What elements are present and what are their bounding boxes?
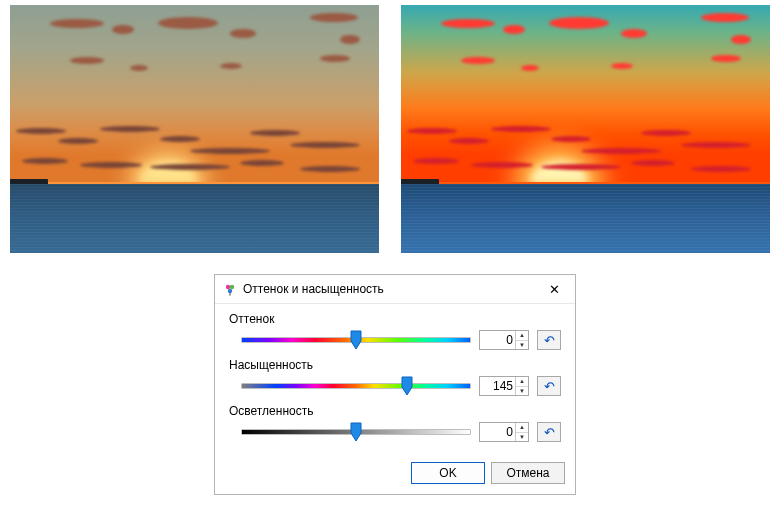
saturation-spin-up[interactable]: ▲ <box>516 377 528 387</box>
svg-rect-3 <box>229 293 230 295</box>
saturation-spin-down[interactable]: ▼ <box>516 387 528 396</box>
saturation-spinbox[interactable]: ▲ ▼ <box>479 376 529 396</box>
hue-group: Оттенок ▲ ▼ ↶ <box>229 312 561 350</box>
hue-spin-down[interactable]: ▼ <box>516 341 528 350</box>
dialog-buttons: OK Отмена <box>215 454 575 494</box>
lightness-group: Осветленность ▲ ▼ ↶ <box>229 404 561 442</box>
saturation-slider[interactable] <box>241 376 471 396</box>
lightness-reset-button[interactable]: ↶ <box>537 422 561 442</box>
svg-point-0 <box>226 285 230 289</box>
sea-region <box>401 184 770 253</box>
clouds-high <box>401 5 770 104</box>
saturation-group: Насыщенность ▲ ▼ ↶ <box>229 358 561 396</box>
cancel-button[interactable]: Отмена <box>491 462 565 484</box>
reset-icon: ↶ <box>544 333 555 348</box>
dialog-title: Оттенок и насыщенность <box>243 282 535 296</box>
lightness-value-input[interactable] <box>480 423 515 441</box>
lightness-track <box>241 429 471 435</box>
lightness-slider[interactable] <box>241 422 471 442</box>
hue-spinbox[interactable]: ▲ ▼ <box>479 330 529 350</box>
app-icon <box>223 282 237 296</box>
hue-slider[interactable] <box>241 330 471 350</box>
titlebar[interactable]: Оттенок и насыщенность ✕ <box>215 275 575 304</box>
lightness-label: Осветленность <box>229 404 561 418</box>
hue-label: Оттенок <box>229 312 561 326</box>
svg-point-2 <box>228 289 232 293</box>
lightness-spin-down[interactable]: ▼ <box>516 433 528 442</box>
close-button[interactable]: ✕ <box>535 278 573 300</box>
reset-icon: ↶ <box>544 425 555 440</box>
lightness-spinbox[interactable]: ▲ ▼ <box>479 422 529 442</box>
sea-region <box>10 184 379 253</box>
ok-button[interactable]: OK <box>411 462 485 484</box>
hue-saturation-dialog: Оттенок и насыщенность ✕ Оттенок ▲ <box>214 274 576 495</box>
hue-reset-button[interactable]: ↶ <box>537 330 561 350</box>
preview-original <box>10 5 379 253</box>
preview-row <box>10 5 770 265</box>
saturation-track <box>241 383 471 389</box>
hue-value-input[interactable] <box>480 331 515 349</box>
saturation-value-input[interactable] <box>480 377 515 395</box>
close-icon: ✕ <box>549 282 560 297</box>
svg-point-1 <box>230 285 234 289</box>
preview-saturated <box>401 5 770 253</box>
lightness-spin-up[interactable]: ▲ <box>516 423 528 433</box>
saturation-label: Насыщенность <box>229 358 561 372</box>
clouds-high <box>10 5 379 104</box>
hue-track <box>241 337 471 343</box>
saturation-reset-button[interactable]: ↶ <box>537 376 561 396</box>
dialog-body: Оттенок ▲ ▼ ↶ <box>215 304 575 454</box>
hue-spin-up[interactable]: ▲ <box>516 331 528 341</box>
reset-icon: ↶ <box>544 379 555 394</box>
